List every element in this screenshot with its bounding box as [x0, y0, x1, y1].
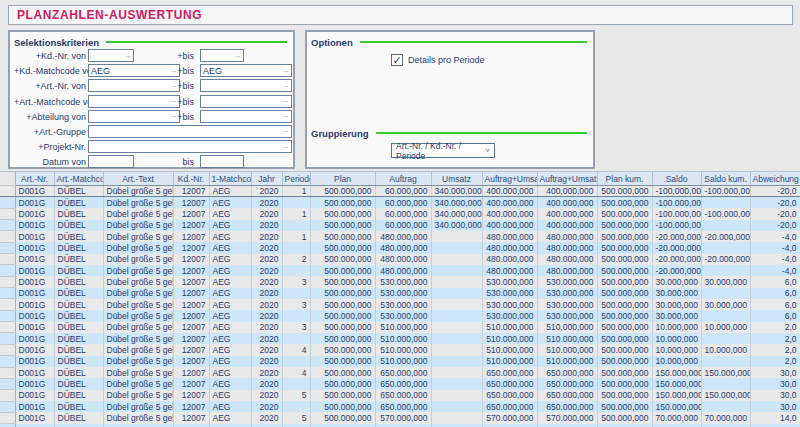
table-row[interactable]: D001GDÜBELDübel größe 5 gelb12007AEG2020…	[0, 186, 800, 197]
row-gutter-cell[interactable]	[0, 333, 15, 344]
table-row[interactable]: D001GDÜBELDübel größe 5 gelb12007AEG2020…	[0, 378, 800, 389]
row-gutter-cell[interactable]	[0, 220, 15, 231]
cell: 400.000,000	[482, 208, 537, 219]
column-header[interactable]: Art.-Nr.	[15, 172, 54, 186]
column-header[interactable]: Plan	[310, 172, 375, 186]
checkmark-icon: ✓	[392, 55, 401, 65]
abteilung-bis-input[interactable]: →	[200, 110, 292, 123]
row-gutter-cell[interactable]	[0, 367, 15, 378]
cell: 400.000,000	[482, 220, 537, 231]
column-header[interactable]: Jahr	[251, 172, 282, 186]
art-gruppe-label: +Art.-Gruppe	[14, 127, 86, 137]
row-gutter-cell[interactable]	[0, 310, 15, 321]
kd-nr-von-input[interactable]: →	[88, 49, 134, 62]
row-gutter-cell[interactable]	[0, 254, 15, 265]
table-row[interactable]: D001GDÜBELDübel größe 5 gelb12007AEG2020…	[0, 299, 800, 310]
table-row[interactable]: D001GDÜBELDübel größe 5 gelb12007AEG2020…	[0, 288, 800, 299]
art-matchcode-bis-label: +bis	[164, 97, 194, 107]
cell: 530.000,000	[375, 299, 431, 310]
row-gutter-cell[interactable]	[0, 299, 15, 310]
column-header[interactable]: Art.-Matchcode	[54, 172, 103, 186]
row-gutter-cell[interactable]	[0, 322, 15, 333]
table-row[interactable]: D001GDÜBELDübel größe 5 gelb12007AEG2020…	[0, 390, 800, 401]
cell: 30,0	[750, 401, 800, 412]
cell: -20.000,000	[701, 254, 750, 265]
cell: 500.000,000	[597, 288, 652, 299]
datum-von-input[interactable]	[88, 155, 134, 168]
row-gutter-cell[interactable]	[0, 378, 15, 389]
art-gruppe-input[interactable]: →	[88, 125, 292, 138]
row-gutter-cell[interactable]	[0, 265, 15, 276]
cell: DÜBEL	[54, 231, 103, 242]
row-gutter-cell[interactable]	[0, 356, 15, 367]
details-pro-periode-checkbox[interactable]: ✓	[391, 54, 403, 66]
row-gutter-cell[interactable]	[0, 412, 15, 423]
column-header[interactable]: Art.-Text	[103, 172, 173, 186]
cell: 12007	[173, 265, 209, 276]
cell: Dübel größe 5 gelb	[103, 367, 173, 378]
row-gutter-cell[interactable]	[0, 344, 15, 355]
column-header[interactable]: 1-Matchcoc	[209, 172, 251, 186]
art-nr-bis-input[interactable]: →	[200, 79, 292, 92]
cell: 480.000,000	[375, 242, 431, 253]
cell	[701, 220, 750, 231]
table-row[interactable]: D001GDÜBELDübel größe 5 gelb12007AEG2020…	[0, 276, 800, 287]
table-row[interactable]: D001GDÜBELDübel größe 5 gelb12007AEG2020…	[0, 310, 800, 321]
cell: 12007	[173, 322, 209, 333]
cell: 60.000,000	[375, 208, 431, 219]
cell: Dübel größe 5 gelb	[103, 231, 173, 242]
cell: 2020	[251, 288, 282, 299]
datum-bis-input[interactable]	[200, 155, 244, 168]
table-row[interactable]: D001GDÜBELDübel größe 5 gelb12007AEG2020…	[0, 401, 800, 412]
column-header[interactable]: Periode	[282, 172, 310, 186]
cell: 2020	[251, 367, 282, 378]
table-row[interactable]: D001GDÜBELDübel größe 5 gelb12007AEG2020…	[0, 412, 800, 423]
table-row[interactable]: D001GDÜBELDübel größe 5 gelb12007AEG2020…	[0, 197, 800, 208]
table-row[interactable]: D001GDÜBELDübel größe 5 gelb12007AEG2020…	[0, 265, 800, 276]
row-gutter-cell[interactable]	[0, 401, 15, 412]
kd-nr-bis-input[interactable]: →	[200, 49, 244, 62]
column-header[interactable]: Plan kum.	[597, 172, 652, 186]
row-gutter-cell[interactable]	[0, 231, 15, 242]
table-row[interactable]: D001GDÜBELDübel größe 5 gelb12007AEG2020…	[0, 344, 800, 355]
column-header[interactable]: Auftrag+Umsatz	[482, 172, 537, 186]
cell: 400.000,000	[537, 220, 597, 231]
kd-matchcode-bis-input[interactable]: AEG→	[200, 64, 292, 77]
column-header[interactable]: Abweichung in %	[750, 172, 800, 186]
cell: 530.000,000	[482, 299, 537, 310]
projekt-nr-input[interactable]: →	[88, 140, 292, 153]
table-row[interactable]: D001GDÜBELDübel größe 5 gelb12007AEG2020…	[0, 333, 800, 344]
table-row[interactable]: D001GDÜBELDübel größe 5 gelb12007AEG2020…	[0, 231, 800, 242]
cell	[431, 378, 482, 389]
column-header[interactable]: Umsatz	[431, 172, 482, 186]
cell	[431, 231, 482, 242]
art-matchcode-bis-input[interactable]: →	[200, 95, 292, 108]
row-gutter-cell[interactable]	[0, 197, 15, 208]
cell: Dübel größe 5 gelb	[103, 390, 173, 401]
table-row[interactable]: D001GDÜBELDübel größe 5 gelb12007AEG2020…	[0, 208, 800, 219]
row-gutter-cell[interactable]	[0, 390, 15, 401]
cell: 2020	[251, 333, 282, 344]
row-gutter-cell[interactable]	[0, 288, 15, 299]
column-header[interactable]: Saldo kum.	[701, 172, 750, 186]
table-row[interactable]: D001GDÜBELDübel größe 5 gelb12007AEG2020…	[0, 322, 800, 333]
cell: Dübel größe 5 gelb	[103, 242, 173, 253]
column-header[interactable]: Saldo	[652, 172, 701, 186]
column-header[interactable]: Kd.-Nr.	[173, 172, 209, 186]
table-row[interactable]: D001GDÜBELDübel größe 5 gelb12007AEG2020…	[0, 356, 800, 367]
selection-header-label: Selektionskriterien	[14, 37, 99, 48]
table-row[interactable]: D001GDÜBELDübel größe 5 gelb12007AEG2020…	[0, 367, 800, 378]
cell: 2020	[251, 197, 282, 208]
gruppierung-select[interactable]: Art.-Nr. / Kd.-Nr. / Periode ˅	[391, 143, 495, 158]
row-gutter-cell[interactable]	[0, 242, 15, 253]
row-gutter-cell[interactable]	[0, 186, 15, 197]
row-gutter-cell[interactable]	[0, 208, 15, 219]
table-row[interactable]: D001GDÜBELDübel größe 5 gelb12007AEG2020…	[0, 242, 800, 253]
row-gutter-cell[interactable]	[0, 276, 15, 287]
column-header[interactable]: Auftrag+Umsatz kum.	[537, 172, 597, 186]
column-header[interactable]: Auftrag	[375, 172, 431, 186]
cell: DÜBEL	[54, 197, 103, 208]
table-row[interactable]: D001GDÜBELDübel größe 5 gelb12007AEG2020…	[0, 220, 800, 231]
table-row[interactable]: D001GDÜBELDübel größe 5 gelb12007AEG2020…	[0, 254, 800, 265]
cell: 2,0	[750, 333, 800, 344]
